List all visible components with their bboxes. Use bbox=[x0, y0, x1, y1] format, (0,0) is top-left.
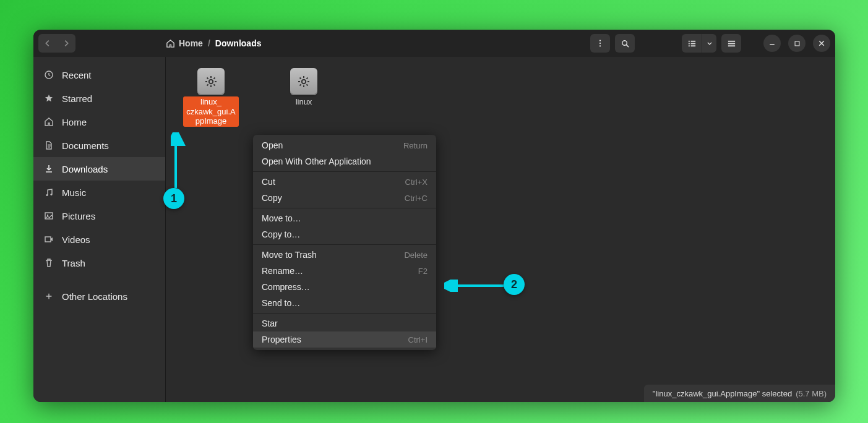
annotation-marker-1: 1 bbox=[163, 188, 184, 209]
svg-line-28 bbox=[213, 84, 215, 85]
sidebar-item-home[interactable]: Home bbox=[33, 110, 165, 134]
sidebar-item-videos[interactable]: Videos bbox=[33, 228, 165, 251]
svg-point-17 bbox=[46, 194, 48, 196]
svg-line-38 bbox=[300, 84, 301, 85]
svg-point-18 bbox=[50, 194, 52, 195]
executable-icon bbox=[197, 68, 225, 95]
annotation-arrow-1 bbox=[171, 132, 188, 190]
svg-rect-13 bbox=[728, 45, 734, 46]
sidebar-item-recent[interactable]: Recent bbox=[33, 63, 165, 87]
breadcrumb[interactable]: Home / Downloads bbox=[166, 38, 261, 48]
svg-line-36 bbox=[300, 78, 301, 79]
star-icon bbox=[43, 93, 54, 103]
sidebar-item-label: Documents bbox=[62, 140, 109, 151]
music-icon bbox=[43, 187, 54, 197]
back-button[interactable] bbox=[38, 34, 57, 53]
context-cut[interactable]: CutCtrl+X bbox=[253, 174, 436, 190]
breadcrumb-separator: / bbox=[208, 38, 210, 48]
sidebar-item-starred[interactable]: Starred bbox=[33, 87, 165, 110]
svg-point-20 bbox=[47, 215, 48, 216]
context-move-trash[interactable]: Move to TrashDelete bbox=[253, 247, 436, 263]
file-item[interactable]: linux bbox=[276, 68, 332, 127]
context-separator bbox=[253, 313, 436, 314]
svg-line-27 bbox=[207, 78, 208, 79]
svg-line-30 bbox=[213, 78, 215, 79]
svg-line-29 bbox=[207, 84, 208, 85]
svg-rect-10 bbox=[690, 45, 695, 46]
nav-buttons-group bbox=[38, 34, 75, 53]
clock-icon bbox=[43, 70, 54, 80]
close-button[interactable] bbox=[813, 35, 830, 52]
context-separator bbox=[253, 208, 436, 208]
context-separator bbox=[253, 244, 436, 245]
document-icon bbox=[43, 140, 54, 150]
picture-icon bbox=[43, 211, 54, 221]
svg-point-0 bbox=[599, 40, 601, 41]
svg-rect-7 bbox=[688, 43, 689, 44]
context-rename[interactable]: Rename…F2 bbox=[253, 263, 436, 279]
annotation-arrow-2 bbox=[444, 280, 506, 292]
svg-rect-11 bbox=[728, 40, 734, 41]
svg-rect-12 bbox=[728, 43, 734, 44]
svg-line-39 bbox=[306, 78, 307, 79]
minimize-button[interactable] bbox=[763, 35, 781, 52]
sidebar-item-label: Music bbox=[62, 187, 86, 198]
context-open[interactable]: OpenReturn bbox=[253, 137, 436, 153]
sidebar-item-label: Videos bbox=[62, 234, 90, 245]
plus-icon bbox=[43, 292, 54, 301]
desktop: Home / Downloads bbox=[0, 0, 868, 423]
executable-icon bbox=[290, 68, 317, 95]
context-copy-to[interactable]: Copy to… bbox=[253, 226, 436, 242]
sidebar-item-trash[interactable]: Trash bbox=[33, 251, 165, 275]
sidebar-item-other-locations[interactable]: Other Locations bbox=[33, 284, 165, 308]
sidebar-item-label: Trash bbox=[62, 258, 85, 268]
context-menu: OpenReturn Open With Other Application C… bbox=[253, 135, 436, 350]
context-move-to[interactable]: Move to… bbox=[253, 210, 436, 226]
breadcrumb-current[interactable]: Downloads bbox=[215, 38, 262, 48]
view-mode-group bbox=[682, 34, 716, 53]
svg-point-22 bbox=[209, 80, 213, 83]
svg-rect-6 bbox=[690, 40, 695, 41]
view-dropdown-button[interactable] bbox=[702, 34, 716, 53]
view-list-button[interactable] bbox=[682, 34, 702, 53]
breadcrumb-home-label: Home bbox=[179, 38, 203, 48]
svg-point-1 bbox=[599, 43, 601, 44]
sidebar-item-pictures[interactable]: Pictures bbox=[33, 204, 165, 228]
status-bar: "linux_czkawk_gui.AppImage" selected (5.… bbox=[644, 385, 835, 402]
sidebar: Recent Starred Home Documents Downloads bbox=[33, 57, 166, 402]
file-label: linux bbox=[293, 96, 315, 108]
sidebar-item-documents[interactable]: Documents bbox=[33, 134, 165, 157]
svg-rect-5 bbox=[688, 40, 689, 41]
svg-point-2 bbox=[599, 45, 601, 46]
context-compress[interactable]: Compress… bbox=[253, 279, 436, 295]
context-send-to[interactable]: Send to… bbox=[253, 295, 436, 311]
sidebar-item-label: Pictures bbox=[62, 211, 95, 221]
svg-line-4 bbox=[626, 45, 629, 47]
sidebar-item-label: Downloads bbox=[62, 164, 108, 174]
titlebar: Home / Downloads bbox=[33, 30, 835, 57]
svg-point-3 bbox=[622, 40, 627, 45]
sidebar-item-music[interactable]: Music bbox=[33, 181, 165, 204]
download-icon bbox=[43, 164, 54, 174]
file-item-selected[interactable]: linux_ czkawk_gui.AppImage bbox=[183, 68, 239, 127]
svg-line-37 bbox=[306, 84, 307, 85]
sidebar-item-label: Recent bbox=[62, 70, 92, 80]
context-star[interactable]: Star bbox=[253, 315, 436, 331]
context-open-with[interactable]: Open With Other Application bbox=[253, 153, 436, 169]
sidebar-item-label: Other Locations bbox=[62, 291, 127, 302]
path-menu-button[interactable] bbox=[590, 34, 610, 53]
breadcrumb-home[interactable]: Home bbox=[166, 38, 203, 48]
file-manager-window: Home / Downloads bbox=[33, 30, 835, 402]
svg-rect-14 bbox=[770, 45, 775, 46]
context-properties[interactable]: PropertiesCtrl+I bbox=[253, 331, 436, 348]
maximize-button[interactable] bbox=[788, 35, 806, 52]
video-icon bbox=[43, 234, 54, 244]
search-button[interactable] bbox=[615, 34, 635, 53]
sidebar-item-label: Home bbox=[62, 117, 87, 127]
hamburger-menu-button[interactable] bbox=[721, 34, 741, 53]
context-separator bbox=[253, 171, 436, 172]
sidebar-item-downloads[interactable]: Downloads bbox=[33, 157, 165, 181]
home-icon bbox=[166, 39, 175, 48]
context-copy[interactable]: CopyCtrl+C bbox=[253, 190, 436, 206]
forward-button[interactable] bbox=[57, 34, 75, 53]
